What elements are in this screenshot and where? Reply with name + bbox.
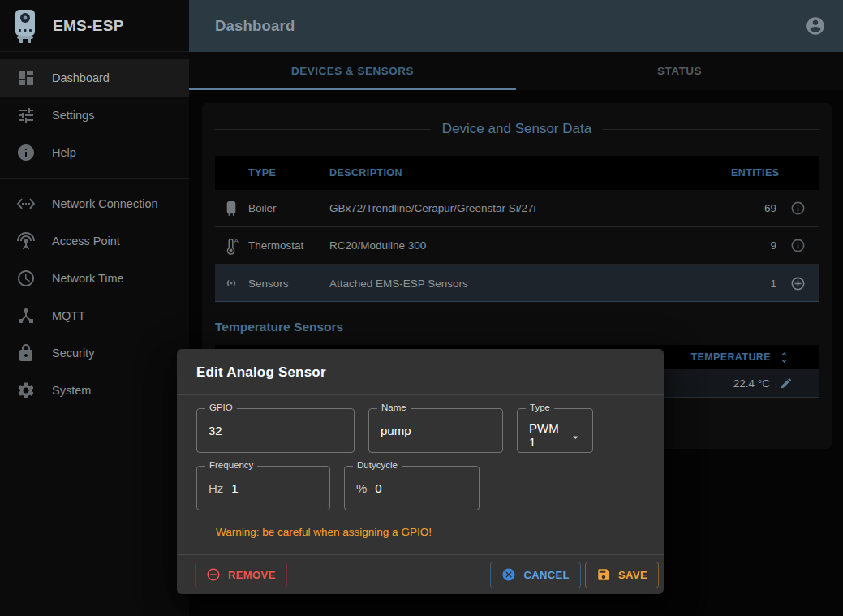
dialog-actions-right: CANCEL SAVE (486, 562, 659, 588)
table-row-thermostat[interactable]: A Thermostat RC20/Moduline 300 9 (215, 227, 819, 265)
dutycycle-field[interactable]: Dutycycle % 0 (344, 466, 480, 510)
frequency-field[interactable]: Frequency Hz 1 (196, 466, 330, 510)
sidebar-item-label: System (52, 384, 91, 397)
frequency-label: Frequency (205, 460, 257, 470)
tab-status[interactable]: STATUS (516, 52, 843, 90)
dialog-title: Edit Analog Sensor (177, 349, 664, 395)
field-row-2: Frequency Hz 1 Dutycycle % 0 (196, 466, 644, 510)
sidebar: EMS-ESP Dashboard Settings Help Network … (0, 0, 189, 616)
gpio-field[interactable]: GPIO 32 (196, 408, 355, 453)
device-entities: 9 (731, 239, 776, 252)
access-point-icon (16, 231, 36, 251)
network-icon (16, 194, 36, 213)
tab-label: STATUS (657, 65, 702, 77)
sidebar-item-network-connection[interactable]: Network Connection (0, 185, 189, 222)
help-icon (16, 143, 36, 162)
sort-icon[interactable] (777, 351, 791, 364)
sidebar-item-label: Access Point (52, 235, 120, 248)
sidebar-item-label: Settings (52, 109, 94, 122)
sidebar-item-label: Network Time (52, 272, 124, 285)
name-label: Name (377, 403, 411, 412)
dutycycle-label: Dutycycle (353, 460, 402, 470)
device-description: RC20/Moduline 300 (329, 239, 731, 252)
clock-icon (16, 269, 36, 288)
settings-icon (16, 106, 36, 125)
device-type: Boiler (248, 202, 329, 214)
tab-bar: DEVICES & SENSORS STATUS (189, 52, 843, 90)
field-row-1: GPIO 32 Name pump Type PWM 1 (196, 408, 644, 453)
section-title: Device and Sensor Data (442, 121, 591, 137)
sidebar-divider (0, 178, 189, 179)
app-brand: EMS-ESP (53, 17, 124, 35)
sidebar-item-help[interactable]: Help (0, 134, 189, 171)
table-row-sensors[interactable]: Sensors Attached EMS-ESP Sensors 1 (215, 265, 819, 302)
sidebar-item-label: Network Connection (52, 197, 158, 210)
section-legend: Device and Sensor Data (215, 119, 819, 139)
col-header-temperature: TEMPERATURE (690, 351, 771, 363)
tab-label: DEVICES & SENSORS (291, 65, 414, 77)
temperature-value: 22.4 °C (733, 377, 770, 390)
sidebar-item-label: Help (52, 146, 76, 159)
chevron-down-icon (569, 429, 583, 446)
name-value: pump (381, 424, 411, 437)
legend-line (603, 129, 819, 130)
name-field[interactable]: Name pump (368, 408, 503, 453)
col-header-description: DESCRIPTION (329, 167, 731, 179)
dutycycle-value: 0 (375, 481, 381, 495)
cancel-button-label: CANCEL (523, 569, 570, 581)
save-button-label: SAVE (618, 569, 647, 581)
temperature-sensors-heading: Temperature Sensors (215, 320, 819, 334)
tab-devices-sensors[interactable]: DEVICES & SENSORS (189, 52, 516, 90)
frequency-value: 1 (231, 481, 238, 495)
col-header-type: TYPE (248, 167, 329, 179)
gpio-value: 32 (209, 424, 222, 437)
save-icon (596, 567, 611, 582)
device-entities: 1 (731, 278, 776, 290)
add-circle-icon[interactable] (790, 276, 806, 291)
type-value: PWM 1 (529, 421, 562, 449)
sidebar-item-settings[interactable]: Settings (0, 97, 189, 134)
sidebar-item-mqtt[interactable]: MQTT (0, 297, 189, 334)
device-type: Sensors (248, 278, 329, 290)
edit-icon[interactable] (780, 377, 793, 390)
type-select[interactable]: Type PWM 1 (517, 408, 593, 453)
account-icon[interactable] (805, 15, 826, 37)
cancel-button[interactable]: CANCEL (490, 562, 581, 588)
mqtt-icon (16, 306, 36, 325)
gpio-label: GPIO (205, 403, 237, 412)
sidebar-item-network-time[interactable]: Network Time (0, 260, 189, 297)
device-table: TYPE DESCRIPTION ENTITIES Boiler GBx72/T… (215, 156, 819, 302)
save-button[interactable]: SAVE (585, 562, 659, 588)
topbar: Dashboard (189, 0, 843, 52)
dialog-actions: REMOVE CANCEL SAVE (177, 554, 664, 594)
thermostat-icon: A (222, 237, 240, 255)
sidebar-item-security[interactable]: Security (0, 334, 189, 372)
remove-circle-icon (206, 567, 221, 582)
edit-analog-sensor-dialog: Edit Analog Sensor GPIO 32 Name pump Typ… (177, 349, 664, 594)
legend-line (215, 129, 431, 130)
device-type: Thermostat (248, 239, 329, 252)
dashboard-icon (16, 68, 36, 88)
frequency-unit: Hz (209, 481, 223, 495)
sidebar-item-label: Security (52, 347, 94, 360)
info-icon[interactable] (790, 200, 806, 216)
gpio-warning-text: Warning: be careful when assigning a GPI… (216, 526, 625, 538)
sidebar-header: EMS-ESP (0, 0, 189, 52)
sidebar-item-dashboard[interactable]: Dashboard (0, 59, 189, 97)
device-entities: 69 (731, 202, 776, 214)
type-label: Type (526, 403, 554, 412)
device-description: GBx72/Trendline/Cerapur/Greenstar Si/27i (329, 202, 731, 214)
gear-icon (16, 381, 36, 400)
svg-text:A: A (234, 237, 239, 244)
sidebar-item-system[interactable]: System (0, 372, 189, 409)
remove-button[interactable]: REMOVE (195, 562, 287, 588)
device-description: Attached EMS-ESP Sensors (329, 278, 731, 290)
sensors-icon (222, 274, 240, 292)
info-icon[interactable] (790, 238, 806, 253)
sidebar-item-label: MQTT (52, 309, 85, 322)
col-header-entities: ENTITIES (731, 167, 776, 179)
table-row-boiler[interactable]: Boiler GBx72/Trendline/Cerapur/Greenstar… (215, 190, 819, 227)
boiler-icon (222, 200, 240, 218)
cancel-icon (501, 567, 516, 582)
sidebar-item-access-point[interactable]: Access Point (0, 222, 189, 260)
